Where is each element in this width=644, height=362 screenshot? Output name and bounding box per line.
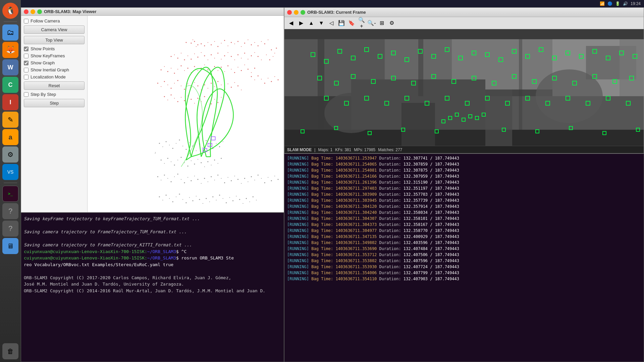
- log-line: [RUNNING] Bag Time: 1403636711.304307 Du…: [287, 216, 641, 222]
- maximize-button[interactable]: [37, 9, 42, 14]
- svg-point-87: [164, 81, 165, 82]
- tool-left[interactable]: ◁: [327, 18, 336, 28]
- svg-point-167: [171, 162, 171, 162]
- minimize-button[interactable]: [31, 9, 35, 14]
- svg-point-116: [181, 97, 181, 98]
- svg-point-248: [253, 196, 254, 197]
- svg-point-189: [177, 174, 178, 175]
- svg-point-145: [162, 146, 163, 147]
- log-window: [RUNNING] Bag Time: 1403636711.253947 Du…: [284, 154, 644, 362]
- step-by-step-checkbox[interactable]: [24, 92, 29, 97]
- reset-button[interactable]: Reset: [24, 81, 85, 90]
- localization-mode-checkbox[interactable]: [24, 75, 29, 79]
- show-points-checkbox[interactable]: [24, 47, 29, 51]
- svg-point-62: [181, 65, 182, 66]
- svg-point-198: [208, 181, 208, 182]
- svg-point-161: [216, 143, 217, 144]
- log-line: [RUNNING] Bag Time: 1403636711.304977 Du…: [287, 228, 641, 234]
- frame-close-button[interactable]: [287, 10, 292, 15]
- calc-icon[interactable]: C: [2, 77, 18, 93]
- svg-point-174: [194, 164, 195, 165]
- camera-view-button[interactable]: Camera View: [24, 25, 85, 34]
- svg-point-83: [251, 72, 252, 73]
- svg-point-63: [184, 70, 185, 71]
- writer-icon[interactable]: W: [2, 59, 18, 75]
- svg-point-127: [217, 102, 218, 103]
- files-icon[interactable]: 🗂: [2, 24, 18, 41]
- settings-icon[interactable]: ⚙: [2, 146, 18, 163]
- svg-point-172: [187, 166, 188, 167]
- text-editor-icon[interactable]: ✎: [2, 112, 18, 128]
- svg-point-173: [191, 161, 192, 161]
- tool-search-plus[interactable]: 🔍+: [357, 18, 366, 28]
- follow-camera-row: Follow Camera: [24, 18, 85, 23]
- amazon-icon[interactable]: a: [2, 129, 18, 145]
- svg-point-102: [214, 86, 215, 87]
- svg-point-146: [166, 141, 167, 142]
- tool-search-minus[interactable]: 🔍-: [367, 18, 376, 28]
- tool-forward[interactable]: ▶: [297, 18, 306, 28]
- show-points-row: Show Points: [24, 46, 85, 51]
- step-by-step-label: Step By Step: [31, 92, 56, 97]
- step-button[interactable]: Step: [24, 99, 85, 107]
- svg-point-214: [261, 178, 262, 179]
- ubuntu-icon[interactable]: 🐧: [2, 3, 18, 19]
- svg-point-35: [194, 54, 195, 54]
- tool-down[interactable]: ▼: [317, 18, 326, 28]
- tool-settings[interactable]: ⚙: [387, 18, 396, 28]
- svg-point-112: [167, 100, 168, 100]
- tool-up[interactable]: ▲: [307, 18, 316, 28]
- svg-point-138: [271, 49, 272, 50]
- svg-point-238: [219, 195, 220, 196]
- svg-point-247: [249, 201, 250, 202]
- svg-point-89: [171, 88, 172, 89]
- log-line: [RUNNING] Bag Time: 1403636711.349802 Du…: [287, 240, 641, 246]
- svg-point-184: [161, 180, 161, 180]
- svg-point-213: [258, 175, 259, 176]
- trash-icon[interactable]: 🗑: [2, 343, 18, 359]
- frame-minimize-button[interactable]: [294, 10, 299, 15]
- svg-point-197: [204, 178, 205, 179]
- log-line: [RUNNING] Bag Time: 1403636711.304240 Du…: [287, 209, 641, 216]
- terminal-icon[interactable]: >_: [2, 186, 18, 202]
- taskbar: 🐧 🗂 🦊 W C I ✎ a ⚙ VS >_ ? ? 🖥 🗑: [0, 0, 21, 362]
- show-graph-checkbox[interactable]: [24, 61, 29, 65]
- tool-back[interactable]: ◀: [286, 18, 296, 28]
- battery-icon: 🔋: [615, 1, 620, 6]
- top-view-button[interactable]: Top View: [24, 36, 85, 44]
- show-inertial-graph-checkbox[interactable]: [24, 68, 29, 72]
- svg-point-230: [192, 200, 193, 201]
- svg-point-246: [246, 198, 247, 199]
- svg-point-176: [201, 162, 202, 163]
- files2-icon[interactable]: 🖥: [2, 238, 18, 254]
- svg-point-85: [157, 83, 158, 84]
- follow-camera-checkbox[interactable]: [24, 19, 29, 23]
- show-keyframes-checkbox[interactable]: [24, 54, 29, 58]
- svg-point-99: [204, 84, 205, 85]
- tool-bookmark[interactable]: 🔖: [347, 18, 356, 28]
- question2-icon[interactable]: ?: [2, 221, 18, 237]
- terminal-line-10: José M.M. Montiel and Juan D. Tardós, Un…: [24, 281, 281, 288]
- svg-point-78: [234, 72, 235, 73]
- close-button[interactable]: [24, 9, 29, 14]
- status-bar: 📶 🔵 🔋 🔊 19:24: [21, 0, 644, 7]
- vscode-icon[interactable]: VS: [2, 164, 18, 180]
- current-frame-title: ORB-SLAM3: Current Frame: [307, 10, 366, 15]
- map-canvas[interactable]: ~: [88, 16, 284, 212]
- map-controls-panel: Follow Camera Camera View Top View Show …: [21, 16, 88, 212]
- question1-icon[interactable]: ?: [2, 203, 18, 219]
- terminal-line-7b: reo Vocabulary/ORBvoc.txt Examples/Stere…: [24, 261, 281, 268]
- frame-maximize-button[interactable]: [301, 10, 305, 15]
- svg-point-171: [184, 163, 185, 163]
- tool-fit[interactable]: ⊞: [377, 18, 386, 28]
- tool-save[interactable]: 💾: [337, 18, 346, 28]
- current-frame-window: ORB-SLAM3: Current Frame ◀ ▶ ▲ ▼ ◁ 💾 🔖 🔍…: [284, 7, 644, 154]
- svg-point-67: [198, 70, 198, 71]
- show-keyframes-label: Show KeyFrames: [31, 53, 65, 58]
- svg-point-33: [187, 56, 188, 56]
- svg-point-121: [197, 98, 198, 99]
- impress-icon[interactable]: I: [2, 94, 18, 110]
- firefox-icon[interactable]: 🦊: [2, 42, 18, 58]
- svg-point-271: [324, 93, 378, 133]
- svg-rect-272: [401, 103, 435, 146]
